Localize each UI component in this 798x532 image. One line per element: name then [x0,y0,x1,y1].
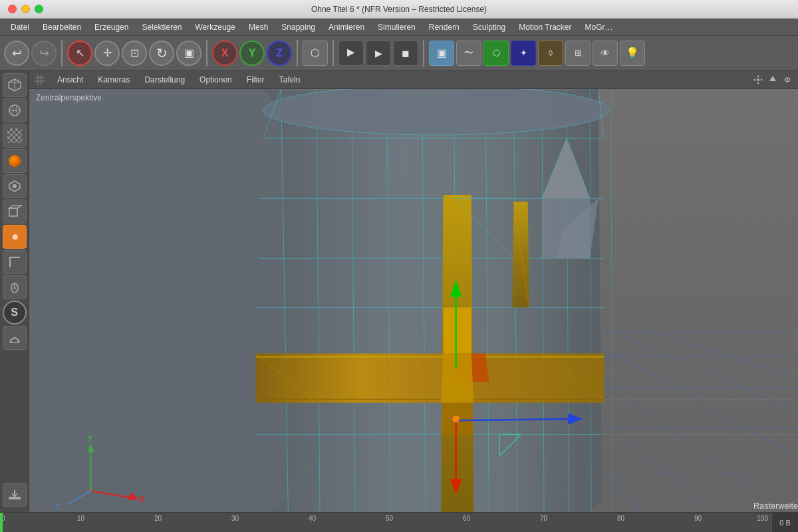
menu-werkzeuge[interactable]: Werkzeuge [190,21,240,34]
viewport-icons-right [753,74,793,85]
window-title: Ohne Titel 6 * (NFR Version – Restricted… [311,5,487,14]
timeline-bar[interactable]: 0 10 20 30 40 50 60 70 80 90 100 [0,513,771,532]
camera-button[interactable]: 👁 [593,41,618,66]
svg-text:Rasterweite : 10 cm: Rasterweite : 10 cm [753,501,798,511]
svg-point-23 [757,78,759,81]
menu-selektieren[interactable]: Selektieren [136,21,187,34]
menu-motion-tracker[interactable]: Motion Tracker [513,21,577,34]
z-axis-button[interactable]: Z [267,41,292,66]
svg-text:Y: Y [87,434,93,444]
vp-menu-ansicht[interactable]: Ansicht [52,74,88,86]
main-area: ⊕ S [0,70,798,512]
viewport-toolbar: Ansicht Kameras Darstellung Optionen Fil… [29,70,798,89]
record-button[interactable]: ◼ [393,41,418,66]
uv-button[interactable]: ✦ [511,41,536,66]
sidebar-box[interactable] [3,200,27,223]
box-tool[interactable]: ▣ [176,41,201,66]
minimize-button[interactable] [21,5,30,13]
toolbar-sep-2 [206,40,207,66]
scale-tool[interactable]: ⊡ [122,41,147,66]
toolbar-sep-4 [332,40,334,66]
sidebar-bend[interactable] [3,326,27,350]
polygon-button[interactable]: ⬡ [483,41,509,66]
window-controls [8,5,43,13]
cube-view-button[interactable]: ▣ [429,41,454,66]
model-svg: ⊡ Y X Z Rasterweite : 10 cm [29,89,798,512]
menubar: Datei Bearbeiten Erzeugen Selektieren We… [0,19,798,36]
svg-text:X: X [139,494,145,504]
toolbar-sep-3 [297,40,298,66]
svg-text:Z: Z [56,502,61,511]
tl-tick-20: 20 [154,513,162,522]
sidebar-cube[interactable] [3,73,27,97]
viewport-grid-icon [35,74,45,85]
tl-frame-indicator: 0 B [771,513,798,532]
menu-rendern[interactable]: Rendern [424,21,465,34]
grid-button[interactable]: ⊞ [565,41,591,66]
menu-simulieren[interactable]: Simulieren [372,21,421,34]
menu-erzeugen[interactable]: Erzeugen [89,21,134,34]
toolbar-sep-5 [423,40,424,66]
redo-button[interactable]: ↪ [31,41,57,66]
select-tool[interactable]: ↖ [67,41,92,66]
menu-animieren[interactable]: Animieren [323,21,370,34]
local-coord-button[interactable]: ⬡ [303,41,328,66]
sidebar-bottom[interactable] [3,483,27,507]
sidebar-sphere[interactable] [3,149,27,173]
tl-tick-50: 50 [386,513,393,522]
light-button[interactable]: 💡 [620,41,645,66]
tl-tick-10: 10 [77,513,84,522]
sidebar-spline[interactable] [3,174,27,198]
menu-datei[interactable]: Datei [5,21,35,34]
timeline: 0 10 20 30 40 50 60 70 80 90 100 0 B [0,512,798,532]
x-axis-button[interactable]: X [212,41,237,66]
left-sidebar: ⊕ S [0,70,29,512]
sidebar-mouse[interactable] [3,275,27,299]
render-button[interactable]: ⯈ [338,41,364,66]
y-axis-button[interactable]: Y [239,41,265,66]
svg-rect-7 [9,208,17,216]
tl-tick-70: 70 [540,513,547,522]
titlebar: Ohne Titel 6 * (NFR Version – Restricted… [0,0,798,19]
move-icon[interactable] [753,74,763,85]
viewport-perspective-label: Zentralperspektive [36,93,102,102]
tl-tick-80: 80 [617,513,624,522]
tl-tick-60: 60 [463,513,470,522]
vp-menu-tafeln[interactable]: Tafeln [273,74,305,86]
svg-text:⊕: ⊕ [11,233,17,241]
toolbar: ↩ ↪ ↖ ✛ ⊡ ↻ ▣ X Y Z ⬡ ⯈ ▶ ◼ ▣ 〜 ⬡ ✦ ◊ ⊞ … [0,36,798,70]
svg-point-15 [13,287,16,290]
svg-point-6 [13,184,17,188]
vp-menu-filter[interactable]: Filter [241,74,270,86]
tl-tick-90: 90 [694,513,702,522]
play-button[interactable]: ▶ [366,41,391,66]
deformer-button[interactable]: ◊ [538,41,563,66]
menu-snapping[interactable]: Snapping [276,21,321,34]
undo-button[interactable]: ↩ [4,41,29,66]
sidebar-material[interactable] [3,98,27,122]
close-button[interactable] [8,5,17,13]
svg-point-25 [787,79,788,80]
menu-mograph[interactable]: MoGr… [580,21,618,34]
sidebar-checker[interactable] [3,124,27,148]
settings-icon[interactable] [782,74,793,85]
svg-point-96 [452,416,460,423]
canvas-area[interactable]: Zentralperspektive [29,89,798,512]
move-tool[interactable]: ✛ [94,41,120,66]
sidebar-active-tool[interactable]: ⊕ [3,225,27,249]
toolbar-sep-1 [61,40,63,66]
tl-tick-40: 40 [309,513,316,522]
menu-bearbeiten[interactable]: Bearbeiten [37,21,86,34]
sidebar-s-tool[interactable]: S [3,301,27,325]
maximize-button[interactable] [35,5,43,13]
menu-mesh[interactable]: Mesh [243,21,273,34]
vp-menu-kameras[interactable]: Kameras [92,74,135,86]
menu-sculpting[interactable]: Sculpting [467,21,511,34]
vp-menu-optionen[interactable]: Optionen [194,74,237,86]
nurbs-button[interactable]: 〜 [456,41,481,66]
sidebar-corner[interactable] [3,250,27,274]
up-icon[interactable] [767,74,778,85]
vp-menu-darstellung[interactable]: Darstellung [139,74,190,86]
rotate-tool[interactable]: ↻ [149,41,174,66]
tl-tick-100: 100 [757,513,768,522]
